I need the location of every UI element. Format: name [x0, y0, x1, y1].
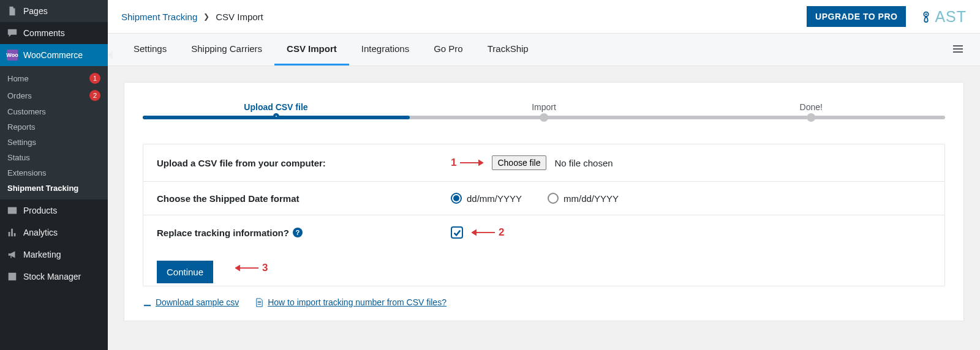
pages-icon — [6, 5, 18, 17]
sidebar-item-label: Customers — [7, 107, 100, 116]
tab-shipping-carriers[interactable]: Shipping Carriers — [179, 34, 274, 65]
choose-file-button[interactable]: Choose file — [492, 155, 546, 170]
download-sample-link[interactable]: Download sample csv — [143, 297, 239, 307]
svg-marker-7 — [235, 265, 240, 271]
no-file-text: No file chosen — [555, 158, 613, 168]
tab-settings[interactable]: Settings — [121, 34, 179, 65]
bottom-links: Download sample csv How to import tracki… — [143, 297, 945, 307]
location-icon — [919, 10, 933, 23]
replace-checkbox[interactable] — [451, 226, 463, 239]
step-dot — [540, 113, 548, 122]
annotation-1: 1 — [451, 157, 483, 169]
sidebar-item-label: Extensions — [7, 168, 100, 177]
how-to-link[interactable]: How to import tracking number from CSV f… — [255, 297, 447, 307]
sidebar-item-label: WooCommerce — [23, 50, 102, 60]
count-badge: 1 — [89, 73, 100, 84]
step-upload: Upload CSV file — [244, 102, 307, 112]
sidebar-item-analytics[interactable]: Analytics — [0, 222, 108, 244]
content-panel: Upload CSV file Import Done! Upload a CS… — [124, 82, 964, 321]
progress-stepper: Upload CSV file Import Done! — [143, 102, 945, 119]
step-dot — [273, 113, 279, 119]
admin-sidebar: Pages Comments Woo WooCommerce Home 1 Or… — [0, 0, 108, 350]
submenu-orders[interactable]: Orders 2 — [0, 87, 108, 104]
breadcrumb-root[interactable]: Shipment Tracking — [121, 12, 197, 22]
submenu-reports[interactable]: Reports — [0, 119, 108, 135]
sidebar-item-label: Analytics — [23, 228, 102, 237]
link-text: Download sample csv — [156, 297, 239, 307]
tab-csv-import[interactable]: CSV Import — [274, 34, 349, 65]
sidebar-item-products[interactable]: Products — [0, 199, 108, 222]
megaphone-icon — [6, 248, 18, 261]
radio-label: dd/mm/YYYY — [467, 193, 522, 204]
tabs-bar: Settings Shipping Carriers CSV Import In… — [108, 34, 980, 66]
sidebar-item-label: Stock Manager — [23, 272, 102, 281]
row-upload-file: Upload a CSV file from your computer: 1 … — [143, 144, 944, 182]
annotation-3: 3 — [235, 262, 268, 274]
step-label: Upload CSV file — [244, 102, 307, 112]
menu-icon[interactable] — [949, 40, 967, 59]
download-icon — [143, 298, 152, 307]
sidebar-item-label: Home — [7, 74, 86, 83]
radio-option-ddmmyyyy[interactable]: dd/mm/YYYY — [451, 193, 522, 204]
step-import: Import — [532, 102, 556, 112]
tab-integrations[interactable]: Integrations — [349, 34, 421, 65]
link-text: How to import tracking number from CSV f… — [268, 297, 447, 307]
upload-label: Upload a CSV file from your computer: — [157, 158, 451, 168]
annotation-number: 3 — [262, 262, 268, 274]
sidebar-item-label: Marketing — [23, 250, 102, 259]
row-continue: Continue 3 — [143, 250, 944, 286]
help-icon[interactable]: ? — [293, 228, 303, 237]
svg-marker-5 — [472, 229, 477, 236]
woocommerce-submenu: Home 1 Orders 2 Customers Reports Settin… — [0, 66, 108, 199]
replace-label: Replace tracking information? — [157, 228, 289, 238]
sidebar-item-stock-manager[interactable]: Stock Manager — [0, 266, 108, 288]
count-badge: 2 — [89, 90, 100, 101]
ast-logo: AST — [919, 8, 967, 26]
form-table: Upload a CSV file from your computer: 1 … — [143, 144, 945, 286]
breadcrumb: Shipment Tracking ❯ CSV Import — [121, 12, 263, 22]
analytics-icon — [6, 226, 18, 239]
submenu-extensions[interactable]: Extensions — [0, 165, 108, 181]
submenu-customers[interactable]: Customers — [0, 104, 108, 119]
sidebar-item-label: Products — [23, 206, 102, 215]
upgrade-button[interactable]: UPGRADE TO PRO — [807, 6, 906, 27]
submenu-settings[interactable]: Settings — [0, 135, 108, 150]
svg-point-1 — [925, 13, 927, 15]
sidebar-item-label: Settings — [7, 138, 100, 147]
comments-icon — [6, 27, 18, 39]
submenu-shipment-tracking[interactable]: Shipment Tracking — [0, 181, 108, 196]
continue-button[interactable]: Continue — [157, 261, 213, 283]
sidebar-item-label: Comments — [23, 28, 102, 38]
tab-trackship[interactable]: TrackShip — [475, 34, 541, 65]
step-label: Import — [532, 102, 556, 112]
radio-input[interactable] — [451, 193, 462, 204]
sidebar-item-label: Pages — [23, 6, 102, 16]
sidebar-item-pages[interactable]: Pages — [0, 0, 108, 22]
radio-label: mm/dd/YYYY — [564, 193, 619, 204]
sidebar-item-label: Shipment Tracking — [7, 184, 100, 193]
main-content: Shipment Tracking ❯ CSV Import UPGRADE T… — [108, 0, 980, 350]
annotation-2: 2 — [472, 226, 504, 239]
products-icon — [6, 204, 18, 217]
woocommerce-icon: Woo — [6, 49, 18, 61]
annotation-number: 1 — [451, 157, 456, 169]
step-done: Done! — [800, 102, 823, 112]
date-format-label: Choose the Shipped Date format — [157, 193, 451, 204]
sidebar-item-comments[interactable]: Comments — [0, 22, 108, 44]
stock-icon — [6, 270, 18, 283]
submenu-status[interactable]: Status — [0, 150, 108, 165]
radio-input[interactable] — [548, 193, 559, 204]
breadcrumb-current: CSV Import — [216, 12, 263, 22]
document-icon — [255, 298, 264, 307]
annotation-number: 2 — [499, 226, 504, 239]
sidebar-item-label: Status — [7, 153, 100, 162]
radio-option-mmddyyyy[interactable]: mm/dd/YYYY — [548, 193, 619, 204]
tab-go-pro[interactable]: Go Pro — [421, 34, 475, 65]
step-label: Done! — [800, 102, 823, 112]
svg-marker-3 — [479, 160, 484, 166]
sidebar-item-label: Orders — [7, 91, 86, 100]
sidebar-item-marketing[interactable]: Marketing — [0, 244, 108, 266]
topbar: Shipment Tracking ❯ CSV Import UPGRADE T… — [108, 0, 980, 34]
submenu-home[interactable]: Home 1 — [0, 70, 108, 87]
sidebar-item-woocommerce[interactable]: Woo WooCommerce — [0, 44, 108, 66]
